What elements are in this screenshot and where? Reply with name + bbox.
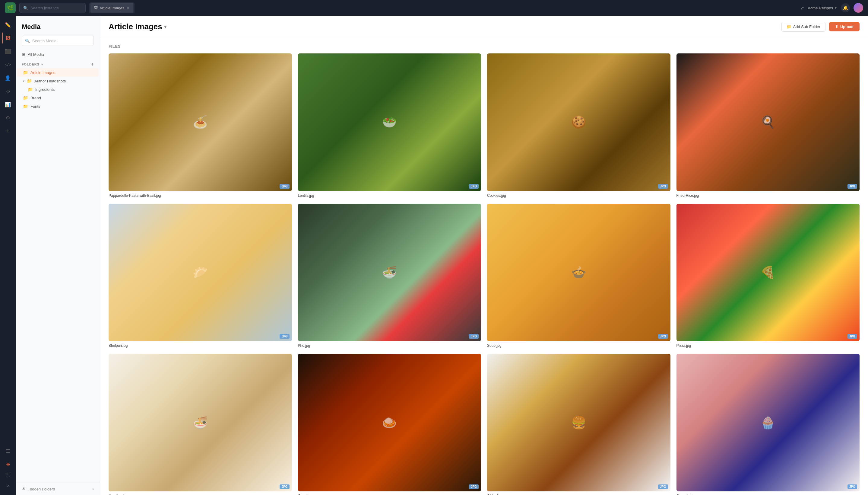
upload-button[interactable]: ⬆ Upload	[829, 22, 860, 31]
workspace-name[interactable]: Acme Recipes ▼	[808, 6, 837, 10]
sidebar-item-media[interactable]: 🖼	[2, 33, 14, 44]
app-logo[interactable]: 🌿	[5, 2, 16, 13]
file-thumbnail: 🍲 JPG	[487, 204, 671, 341]
folders-chevron-icon[interactable]: ▾	[41, 63, 43, 66]
external-link-icon: ↗	[800, 5, 804, 10]
tab-bar: 🖼 Article Images ✕	[89, 2, 135, 13]
file-image-overlay: 🍜	[298, 204, 481, 341]
file-card[interactable]: 🍔 JPG Slider.jpg	[487, 354, 671, 495]
version-text: 417f777	[5, 472, 11, 478]
sidebar-item-chart[interactable]: 📊	[2, 99, 13, 110]
folder-title-text: Article Images	[109, 22, 162, 31]
file-type-badge: JPG	[469, 184, 479, 189]
tab-close-icon[interactable]: ✕	[126, 6, 130, 10]
file-thumbnail: 🥟 JPG	[109, 204, 292, 341]
sidebar-item-layers[interactable]: ⬛	[2, 46, 13, 57]
sidebar-item-edit[interactable]: ✏️	[2, 19, 13, 30]
file-card[interactable]: 🥗 JPG Lentils.jpg	[298, 53, 481, 198]
file-type-badge: JPG	[280, 334, 289, 339]
notification-button[interactable]: 🔔	[841, 3, 850, 12]
sidebar-item-target[interactable]: ⊙	[2, 86, 13, 97]
sidebar-item-users[interactable]: 👤	[2, 72, 13, 83]
icon-sidebar-bottom: ☰ ⊕ 417f777 >	[2, 445, 13, 491]
add-subfolder-button[interactable]: 📁 Add Sub Folder	[781, 22, 826, 32]
file-image-overlay: 🧁	[676, 354, 860, 491]
sidebar-expand-icon[interactable]: >	[2, 480, 13, 491]
file-card[interactable]: 🍳 JPG Fried-Rice.jpg	[676, 53, 860, 198]
tab-label: Article Images	[100, 6, 124, 10]
sidebar-item-list[interactable]: ☰	[2, 445, 13, 456]
file-card[interactable]: 🍜 JPG Pho.jpg	[298, 204, 481, 348]
file-type-badge: JPG	[469, 334, 479, 339]
content-area: Media 🔍 ⊞ All Media FOLDERS ▾ + 📁 Articl…	[16, 16, 868, 495]
folder-item-brand[interactable]: 📁 Brand	[17, 93, 99, 102]
file-card[interactable]: 🍕 JPG Pizza.jpg	[676, 204, 860, 348]
folder-label-fonts: Fonts	[31, 104, 40, 109]
media-title: Media	[22, 23, 94, 31]
file-name: Curry.jpg	[298, 494, 481, 495]
folder-item-fonts[interactable]: 📁 Fonts	[17, 102, 99, 110]
file-name: Pizza.jpg	[676, 343, 860, 348]
file-name: Soup.jpg	[487, 343, 671, 348]
folders-header: FOLDERS ▾ +	[16, 59, 100, 68]
file-thumbnail: 🍳 JPG	[676, 53, 860, 191]
folders-add-icon[interactable]: +	[91, 62, 94, 67]
folder-item-author-headshots[interactable]: ▾ 📁 Author Headshots	[17, 77, 99, 85]
files-section: Files 🍝 JPG Pappardelle-Pasta-with-Basil…	[100, 38, 868, 495]
file-image-overlay: 🍕	[676, 204, 860, 341]
folder-label-author-headshots: Author Headshots	[34, 79, 66, 83]
file-thumbnail: 🍪 JPG	[487, 53, 671, 191]
file-image-overlay: 🍲	[487, 204, 671, 341]
search-instance-input[interactable]	[31, 6, 82, 10]
all-media-button[interactable]: ⊞ All Media	[16, 50, 100, 59]
file-card[interactable]: 🧁 JPG Cupcake.jpg	[676, 354, 860, 495]
hidden-folders-button[interactable]: 👁 Hidden Folders ▾	[16, 483, 100, 495]
file-name: Cookies.jpg	[487, 193, 671, 198]
notification-icon: 🔔	[843, 5, 848, 10]
file-image-overlay: 🥟	[109, 204, 292, 341]
add-subfolder-label: Add Sub Folder	[793, 24, 820, 29]
file-card[interactable]: 🍝 JPG Pappardelle-Pasta-with-Basil.jpg	[109, 53, 292, 198]
hidden-folders-label: Hidden Folders	[28, 487, 55, 491]
file-card[interactable]: 🍜 JPG Noodles.jpg	[109, 354, 292, 495]
file-card[interactable]: 🍲 JPG Soup.jpg	[487, 204, 671, 348]
sidebar-item-circle[interactable]: ⊕	[2, 459, 13, 470]
file-name: Slider.jpg	[487, 494, 671, 495]
search-icon: 🔍	[23, 6, 28, 10]
folder-label-brand: Brand	[31, 96, 41, 100]
search-media-input[interactable]	[32, 39, 90, 43]
files-label: Files	[109, 44, 860, 49]
file-thumbnail: 🧁 JPG	[676, 354, 860, 491]
file-image-overlay: 🥗	[298, 53, 481, 191]
file-type-badge: JPG	[280, 184, 289, 189]
file-card[interactable]: 🥟 JPG Bhelpuri.jpg	[109, 204, 292, 348]
folders-label: FOLDERS	[22, 63, 39, 66]
file-thumbnail: 🍔 JPG	[487, 354, 671, 491]
file-image-overlay: 🍝	[109, 53, 292, 191]
article-images-tab[interactable]: 🖼 Article Images ✕	[90, 3, 133, 13]
file-thumbnail: 🍛 JPG	[298, 354, 481, 491]
file-type-badge: JPG	[848, 334, 857, 339]
file-image-overlay: 🍔	[487, 354, 671, 491]
sidebar-item-add[interactable]: +	[2, 125, 13, 136]
file-thumbnail: 🍜 JPG	[298, 204, 481, 341]
search-media-icon: 🔍	[25, 39, 30, 43]
file-card[interactable]: 🍛 JPG Curry.jpg	[298, 354, 481, 495]
top-nav: 🌿 🔍 🖼 Article Images ✕ ↗ Acme Recipes ▼ …	[0, 0, 868, 16]
folder-title-chevron-icon[interactable]: ▾	[164, 24, 166, 30]
sidebar-item-settings[interactable]: ⚙	[2, 112, 13, 123]
folder-gray-icon-brand: 📁	[23, 96, 28, 100]
main-folder-title: Article Images ▾	[109, 22, 166, 31]
avatar[interactable]	[853, 3, 863, 13]
file-name: Bhelpuri.jpg	[109, 343, 292, 348]
folder-item-article-images[interactable]: 📁 Article Images	[17, 68, 99, 77]
sidebar-item-code[interactable]: </>	[2, 59, 13, 70]
main-layout: ✏️ 🖼 ⬛ </> 👤 ⊙ 📊 ⚙ + ☰ ⊕ 417f777 > Media…	[0, 16, 868, 495]
nav-right: ↗ Acme Recipes ▼ 🔔	[800, 3, 863, 13]
header-actions: 📁 Add Sub Folder ⬆ Upload	[781, 22, 860, 32]
file-card[interactable]: 🍪 JPG Cookies.jpg	[487, 53, 671, 198]
folder-gray-icon-fonts: 📁	[23, 104, 28, 109]
add-subfolder-icon: 📁	[786, 24, 792, 29]
folder-item-ingredients[interactable]: 📁 Ingredients	[17, 85, 99, 93]
all-media-icon: ⊞	[22, 52, 25, 57]
